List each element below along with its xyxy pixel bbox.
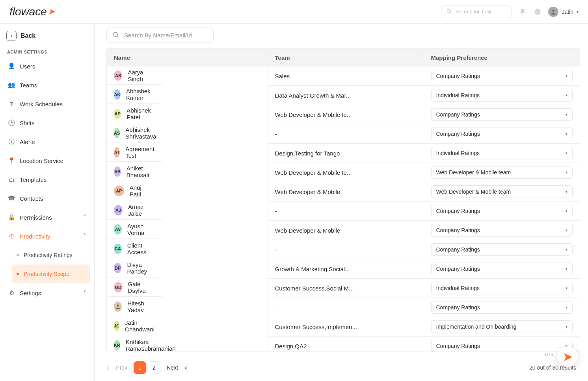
mapping-value: Company Ratings <box>436 266 480 272</box>
sidebar-item-permissions[interactable]: 🔒Permissions˅ <box>4 208 90 227</box>
avatar: AK <box>114 89 121 100</box>
table-row: AKAbhishek KumarData Analyst,Growth & Ma… <box>107 86 580 105</box>
svg-text:?: ? <box>537 9 539 14</box>
pagination: |‹ Prev 1 2 Next ›| 20 out of 30 results <box>106 357 576 374</box>
sidebar: ‹ Back ADMIN SETTINGS 👤Users👥Teams🗓Work … <box>0 24 95 381</box>
sidebar-item-location-service[interactable]: 📍Location Service <box>4 151 90 170</box>
chevron-up-icon: ˄ <box>83 233 86 240</box>
sidebar-item-teams[interactable]: 👥Teams <box>4 76 90 94</box>
row-team: - <box>268 298 424 317</box>
task-search[interactable] <box>441 6 512 18</box>
sidebar-item-work-schedules[interactable]: 🗓Work Schedules <box>4 94 90 113</box>
sidebar-item-settings[interactable]: ⚙Settings˅ <box>4 283 90 302</box>
avatar: AV <box>114 224 122 235</box>
user-menu[interactable]: Jatin ▾ <box>548 7 579 17</box>
svg-point-4 <box>553 9 555 11</box>
prev-button[interactable]: Prev <box>114 364 129 371</box>
mapping-value: Company Ratings <box>436 73 480 79</box>
caret-down-icon: ▾ <box>566 170 568 174</box>
table-row: ABAniket BhansaliWeb Developer & Mobile … <box>107 163 580 182</box>
brand-name: flowace <box>9 6 47 18</box>
sidebar-item-label: Work Schedules <box>20 101 63 107</box>
bullet-icon <box>17 254 19 256</box>
avatar: AP <box>114 186 124 196</box>
mapping-preference-select[interactable]: Company Ratings▾ <box>431 340 573 351</box>
sidebar-nav: 👤Users👥Teams🗓Work Schedules🕒ShiftsⓘAlert… <box>4 57 90 302</box>
mapping-preference-select[interactable]: Company Ratings▾ <box>431 243 573 256</box>
sidebar-icon: ☎ <box>8 195 15 202</box>
row-team: - <box>268 240 424 259</box>
avatar: DP <box>114 263 121 273</box>
mapping-value: Web Developer & Mobile team <box>436 169 511 176</box>
next-button[interactable]: Next <box>165 364 180 371</box>
caret-down-icon: ▾ <box>566 325 568 329</box>
task-search-input[interactable] <box>455 8 507 15</box>
sidebar-item-productivity[interactable]: ⏱Productivity˄ <box>4 227 90 246</box>
back-button[interactable]: ‹ Back <box>4 29 90 44</box>
mapping-value: Company Ratings <box>436 111 480 118</box>
sidebar-item-label: Productivity <box>20 233 50 240</box>
sidebar-item-alerts[interactable]: ⓘAlerts <box>4 132 90 151</box>
sidebar-item-label: Permissions <box>20 214 52 221</box>
mapping-preference-select[interactable]: Implementation and On boarding▾ <box>431 320 573 333</box>
avatar: AP <box>114 109 121 119</box>
page-2[interactable]: 2 <box>148 361 160 374</box>
avatar: AJ <box>114 205 123 215</box>
row-name: Abhishek Shrivastava <box>125 126 156 140</box>
row-name: Jatin Chandwani <box>125 319 154 333</box>
bell-icon[interactable] <box>518 7 527 16</box>
row-name: Ayush Verma <box>127 223 154 236</box>
sidebar-item-label: Alerts <box>20 139 35 145</box>
sidebar-subitem-productivity-scope[interactable]: Productivity Scope <box>12 264 90 283</box>
mapping-preference-select[interactable]: Company Ratings▾ <box>431 205 573 217</box>
mapping-preference-select[interactable]: Company Ratings▾ <box>431 70 573 82</box>
caret-down-icon: ▾ <box>566 248 568 252</box>
caret-down-icon: ▾ <box>566 209 568 213</box>
sidebar-item-label: Templates <box>20 176 47 183</box>
sidebar-icon: ⚙ <box>8 289 15 296</box>
first-page-icon[interactable]: |‹ <box>106 364 110 371</box>
sidebar-item-contacts[interactable]: ☎Contacts <box>4 189 90 208</box>
table-row: AJArnaz Jalse-Company Ratings▾ <box>107 202 580 221</box>
sidebar-icon: ⓘ <box>8 138 15 146</box>
mapping-preference-select[interactable]: Company Ratings▾ <box>431 108 573 121</box>
mapping-preference-select[interactable]: Company Ratings▾ <box>431 301 573 314</box>
mapping-preference-select[interactable]: Company Ratings▾ <box>431 128 573 140</box>
mapping-preference-select[interactable]: Individual Ratings▾ <box>431 89 573 102</box>
table-row: DPDivya PandeyGrowth & Marketing,Social.… <box>107 259 580 279</box>
table-row: GDGale DsylvaCustomer Success,Social M..… <box>107 279 580 298</box>
mapping-preference-select[interactable]: Web Developer & Mobile team▾ <box>431 166 573 179</box>
table-row: ATAgreement TestDesign,Testing for Tango… <box>107 144 580 163</box>
back-label: Back <box>20 32 35 39</box>
search-icon <box>446 8 452 15</box>
mapping-preference-select[interactable]: Individual Ratings▾ <box>431 147 573 159</box>
caret-down-icon: ▾ <box>566 228 568 232</box>
sidebar-subitem-productivity-ratings[interactable]: Productivity Ratings <box>12 246 90 264</box>
floating-action-button[interactable]: ➤ <box>557 346 578 367</box>
sidebar-item-users[interactable]: 👤Users <box>4 57 90 76</box>
table-row: Hitesh Yadav-Company Ratings▾ <box>107 298 580 317</box>
mapping-preference-select[interactable]: Individual Ratings▾ <box>431 282 573 294</box>
row-team: Web Developer & Mobile te... <box>268 163 424 182</box>
mapping-preference-select[interactable]: Web Developer & Mobile team▾ <box>431 185 573 198</box>
svg-point-0 <box>447 9 451 13</box>
sidebar-item-label: Settings <box>20 290 41 296</box>
mapping-preference-select[interactable]: Company Ratings▾ <box>431 263 573 275</box>
row-name: Abhishek Patel <box>127 107 154 120</box>
last-page-icon[interactable]: ›| <box>184 364 188 371</box>
page-1[interactable]: 1 <box>134 361 146 374</box>
mapping-value: Company Ratings <box>436 208 480 214</box>
help-icon[interactable]: ? <box>533 7 542 16</box>
row-team: Customer Success,Implemen... <box>268 317 424 337</box>
sidebar-item-templates[interactable]: 🗂Templates <box>4 170 90 189</box>
row-team: - <box>268 202 424 221</box>
name-search[interactable] <box>106 28 214 43</box>
avatar: GD <box>114 282 123 292</box>
caret-down-icon: ▾ <box>566 151 568 155</box>
chevron-down-icon: ˅ <box>83 289 86 296</box>
row-name: Divya Pandey <box>127 261 154 275</box>
svg-point-5 <box>114 32 118 37</box>
name-search-input[interactable] <box>123 31 208 39</box>
mapping-preference-select[interactable]: Company Ratings▾ <box>431 224 573 237</box>
sidebar-item-shifts[interactable]: 🕒Shifts <box>4 113 90 132</box>
